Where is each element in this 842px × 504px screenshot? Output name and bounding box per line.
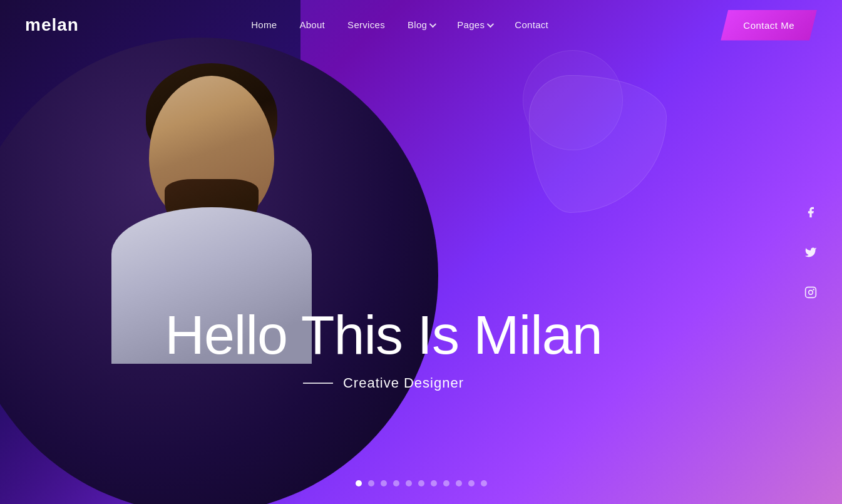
decorative-shape-2 [523,50,623,150]
nav-item-services[interactable]: Services [347,19,385,31]
nav-links: Home About Services Blog Pages [251,19,548,31]
nav-link-pages[interactable]: Pages [457,19,492,30]
hero-content: Hello This Is Milan Creative Designer [0,307,767,391]
navbar: melan Home About Services Blog [0,0,842,50]
hero-section: melan Home About Services Blog [0,0,842,504]
nav-item-about[interactable]: About [299,19,325,31]
slider-dot-7[interactable] [431,480,437,486]
portrait-person [0,38,438,504]
nav-item-pages[interactable]: Pages [457,19,492,31]
slider-dot-2[interactable] [368,480,374,486]
slider-dot-6[interactable] [418,480,424,486]
nav-item-home[interactable]: Home [251,19,277,31]
nav-link-about[interactable]: About [299,19,325,30]
slider-dot-1[interactable] [356,480,362,486]
instagram-icon[interactable] [799,281,822,304]
nav-link-home[interactable]: Home [251,19,277,30]
svg-point-1 [809,290,813,294]
facebook-icon[interactable] [799,201,822,224]
portrait-circle [0,38,438,504]
nav-link-blog[interactable]: Blog [408,19,434,30]
hero-subtitle: Creative Designer [343,375,464,391]
slider-dot-3[interactable] [381,480,387,486]
hero-title: Hello This Is Milan [0,307,767,363]
slider-dot-11[interactable] [481,480,487,486]
slider-dot-9[interactable] [456,480,462,486]
slider-dot-8[interactable] [443,480,449,486]
slider-dot-5[interactable] [406,480,412,486]
brand-logo[interactable]: melan [25,15,79,35]
blog-dropdown-icon [429,20,436,27]
nav-item-contact[interactable]: Contact [515,19,548,31]
nav-item-blog[interactable]: Blog [408,19,434,31]
nav-link-services[interactable]: Services [347,19,385,30]
slider-dots [356,480,487,486]
hero-subtitle-wrapper: Creative Designer [0,375,767,391]
slider-dot-10[interactable] [468,480,475,486]
nav-link-contact[interactable]: Contact [515,19,548,30]
contact-me-button[interactable]: Contact Me [721,10,817,41]
svg-point-2 [813,289,814,291]
svg-rect-0 [806,287,816,297]
subtitle-line-left [303,383,333,384]
social-icons-panel [799,201,822,304]
twitter-icon[interactable] [799,241,822,264]
slider-dot-4[interactable] [393,480,399,486]
pages-dropdown-icon [487,20,494,27]
